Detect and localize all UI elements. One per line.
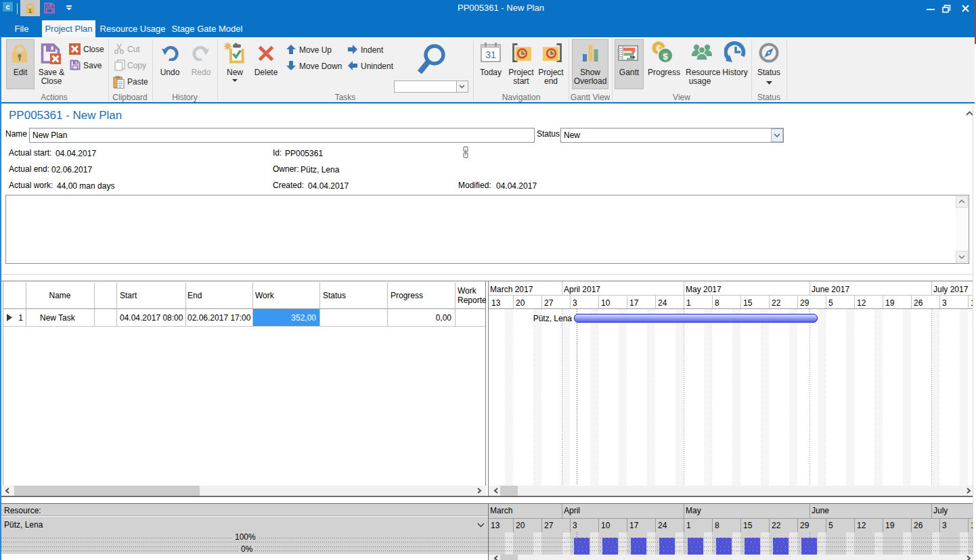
svg-text:31: 31 bbox=[485, 49, 496, 60]
svg-text:$: $ bbox=[663, 51, 668, 62]
svg-text:1: 1 bbox=[28, 7, 32, 14]
